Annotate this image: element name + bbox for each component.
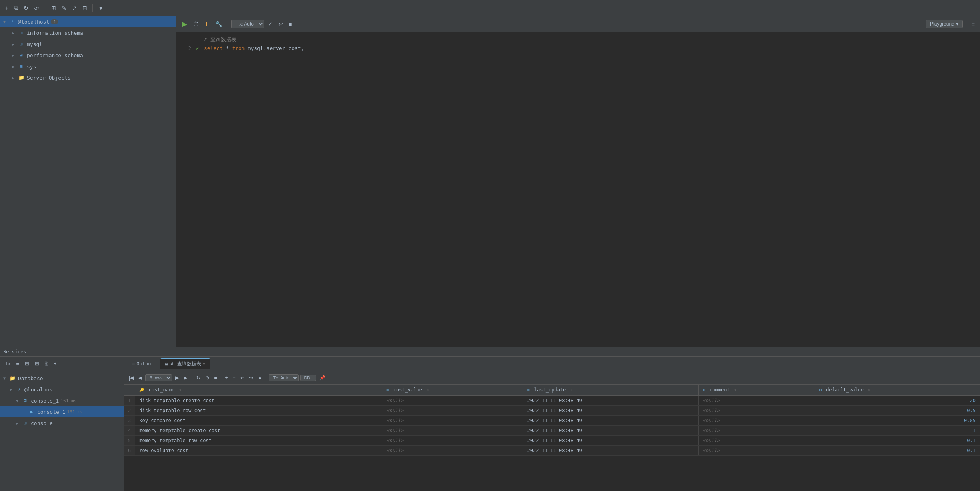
cell-default_value: 0.1 [815,436,980,446]
copy-button[interactable]: ⧉ [12,3,20,12]
tx-selector[interactable]: Tx: Auto [231,20,264,28]
sidebar-item-sys[interactable]: ▶ ⊞ sys [0,61,176,72]
nav-next-button[interactable]: ▶ [174,374,180,381]
chevron-down-icon: ▼ [10,387,15,392]
add-row-button[interactable]: + [224,374,230,381]
filter-button[interactable]: ▼ [96,4,106,12]
check-button[interactable]: ✓ [266,20,275,28]
list-button[interactable]: ≡ [970,20,977,28]
refresh-all-button[interactable]: ↺⁺ [32,4,42,12]
nav-last-button[interactable]: ▶| [182,374,190,381]
table-row[interactable]: 5memory_temptable_row_cost<null>2022-11-… [124,436,980,446]
code-statement: select * from mysql.server_cost; [204,44,304,53]
toolbar-sep [228,20,228,28]
nav-first-button[interactable]: |◀ [127,374,135,381]
table-row[interactable]: 3key_compare_cost<null>2022-11-11 08:48:… [124,416,980,426]
sidebar-item-localhost[interactable]: ▼ ⚡ @localhost 4 [0,16,176,27]
svc-tree-console1-child[interactable]: ▶ ▶ console_1 161 ms [0,406,124,417]
undo-button[interactable]: ↩ [276,20,285,28]
folder-icon: 📁 [9,375,16,382]
top-toolbar: + ⧉ ↻ ↺⁺ ⊞ ✎ ↗ ⊟ ▼ [0,0,980,16]
run-button[interactable]: ▶ [179,19,190,29]
sidebar-item-label: sys [27,64,36,70]
nav-prev-button[interactable]: ◀ [137,374,144,381]
tab-query-result[interactable]: ⊞ ＃ 查询数据表 ✕ [160,358,210,369]
col-cost-name[interactable]: 🔑 cost_name ⇅ [135,385,382,395]
grid-button[interactable]: ⊞ [33,360,41,367]
col-label: cost_value [393,387,422,393]
playground-button[interactable]: Playground ▾ [926,20,963,28]
cell-comment: <null> [698,406,815,416]
add-button[interactable]: + [3,4,10,12]
pause-button[interactable]: ⏸ [202,20,212,28]
sidebar-item-performance-schema[interactable]: ▶ ⊞ performance_schema [0,50,176,61]
panel-button[interactable]: ⊟ [80,4,89,12]
table-icon: ⊞ [165,361,168,367]
line-check-icon: ✓ [196,44,202,53]
tx-button[interactable]: Tx [3,360,12,367]
list-button[interactable]: ≡ [14,360,21,367]
table-row[interactable]: 1disk_temptable_create_cost<null>2022-11… [124,395,980,406]
data-table-container[interactable]: 🔑 cost_name ⇅ ⊞ cost_value ⇅ ⊞ [124,385,980,491]
cell-cost_value: <null> [382,446,523,456]
line-number-2: 2 [179,44,191,53]
bottom-layout: Tx ≡ ⊟ ⊞ ⎘ + ▼ 📁 Database ▼ ⚡ @localh [0,357,980,491]
console-icon: ⊞ [22,419,29,427]
table-view-button[interactable]: ⊞ [49,4,58,12]
sidebar-item-information-schema[interactable]: ▶ ⊞ information_schema [0,27,176,38]
col-last-update[interactable]: ⊞ last_update ⇅ [523,385,698,395]
add-button[interactable]: + [52,360,58,367]
cell-comment: <null> [698,416,815,426]
sort-icon: ⇅ [868,388,870,392]
stop-button[interactable]: ■ [212,374,218,381]
reload-button[interactable]: ↻ [195,374,202,381]
ddl-button[interactable]: DDL [300,375,316,381]
edit-button[interactable]: ✎ [60,4,68,12]
grid-icon: ⊞ [386,388,389,392]
table-row[interactable]: 2disk_temptable_row_cost<null>2022-11-11… [124,406,980,416]
toggle-button[interactable]: ⊟ [23,360,31,367]
col-comment[interactable]: ⊞ comment ⇅ [698,385,815,395]
row-number: 3 [124,416,135,426]
svc-item-label: console_1 [31,398,59,404]
tab-output[interactable]: ≡ Output [127,359,159,368]
refresh-button[interactable]: ↻ [22,4,30,12]
cell-cost_value: <null> [382,395,523,406]
grid-icon: ⊞ [819,388,822,392]
table-row[interactable]: 6row_evaluate_cost<null>2022-11-11 08:48… [124,446,980,456]
col-default-value[interactable]: ⊞ default_value ⇅ [815,385,980,395]
table-row[interactable]: 4memory_temptable_create_cost<null>2022-… [124,426,980,436]
reload2-button[interactable]: ⊙ [204,374,211,381]
settings-button[interactable]: 🔧 [214,20,224,28]
redo-button[interactable]: ↪ [247,374,255,381]
svc-tree-database[interactable]: ▼ 📁 Database [0,373,124,384]
tab-close-button[interactable]: ✕ [203,362,205,366]
tx-auto-selector[interactable]: Tx: Auto [269,374,299,381]
cell-default_value: 0.1 [815,446,980,456]
rows-selector[interactable]: 6 rows [145,374,172,381]
sidebar-item-server-objects[interactable]: ▶ 📁 Server Objects [0,72,176,83]
editor-area: ▶ ⏱ ⏸ 🔧 Tx: Auto ✓ ↩ ■ Playground ▾ ≡ 1 [176,16,980,347]
up-button[interactable]: ▲ [256,374,264,381]
copy-button[interactable]: ⎘ [43,360,50,367]
sidebar-item-mysql[interactable]: ▶ ⊞ mysql [0,38,176,50]
sort-icon: ⇅ [179,388,181,392]
results-tabs: ≡ Output ⊞ ＃ 查询数据表 ✕ [124,357,980,371]
svc-tree-console[interactable]: ▶ ⊞ console [0,417,124,429]
col-cost-value[interactable]: ⊞ cost_value ⇅ [382,385,523,395]
col-label: cost_name [148,387,174,393]
navigate-button[interactable]: ↗ [70,4,79,12]
remove-row-button[interactable]: − [231,374,237,381]
toolbar-separator-2 [92,4,93,12]
timer-button[interactable]: ⏱ [191,20,201,28]
stop-button[interactable]: ■ [287,20,294,28]
code-editor[interactable]: 1 # 查询数据表 2 ✓ select * from mysql.server… [176,32,980,347]
svc-tree-console1-parent[interactable]: ▼ ⊞ console_1 161 ms [0,395,124,406]
svc-item-label: Database [18,375,43,381]
svc-tree-localhost[interactable]: ▼ ⚡ @localhost [0,384,124,395]
undo-button[interactable]: ↩ [239,374,246,381]
pin-button[interactable]: 📌 [318,374,327,381]
grid-icon: ⊞ [527,388,530,392]
code-line-1: 1 # 查询数据表 [176,35,980,44]
toolbar-sep-2 [966,20,966,28]
